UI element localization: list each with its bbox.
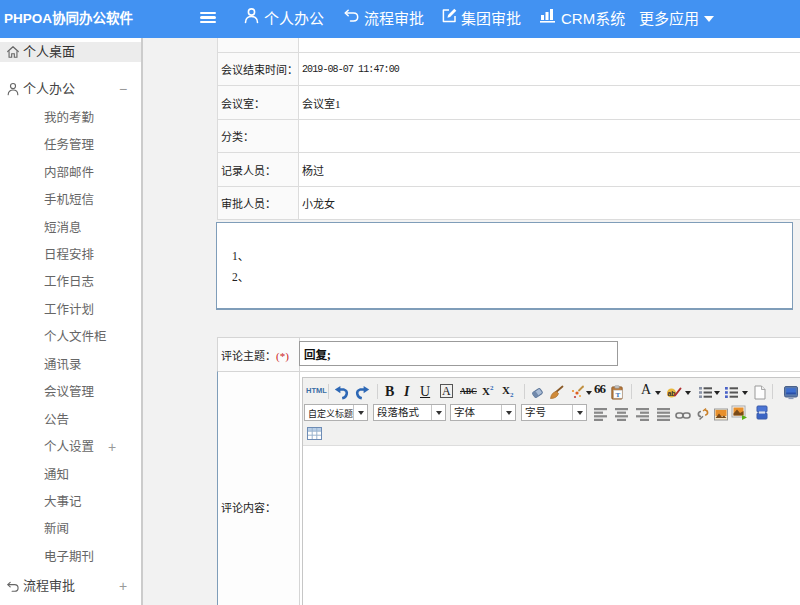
svg-text:T: T — [616, 391, 621, 399]
